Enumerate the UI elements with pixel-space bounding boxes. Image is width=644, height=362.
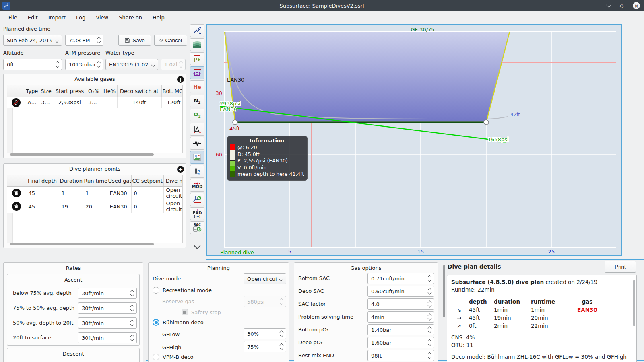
mod-toggle-button[interactable]: -+- MOD [190, 179, 204, 192]
point-row[interactable]: 45 1 1 EAN30 0 Open circuit [7, 187, 183, 200]
atm-pressure-spinner[interactable]: 1013mbar [65, 59, 103, 70]
waypoint-handle[interactable] [484, 120, 489, 125]
dive-computer-toggle-button[interactable] [190, 24, 204, 37]
col-dive-mode[interactable]: Dive mode [163, 175, 183, 187]
deco-po2-spinner[interactable]: 1.60bar [367, 337, 434, 348]
print-button[interactable]: Print [605, 261, 636, 273]
vpmb-deco-radio[interactable]: VPM-B deco [153, 354, 194, 360]
photos-toggle-button[interactable] [190, 151, 204, 164]
col-bot-mod[interactable]: Bot. MOD [161, 85, 183, 97]
spinner-arrows-icon[interactable] [128, 290, 136, 296]
ascent-rate-spinner-4[interactable]: 30ft/min [78, 332, 137, 343]
plan-text-box[interactable]: Subsurface (4.8.5.0) dive plan created o… [447, 275, 637, 362]
buhlmann-deco-radio[interactable]: Bühlmann deco [153, 319, 204, 326]
ead-toggle-button[interactable]: + EAD (···) [190, 207, 204, 220]
recreational-mode-radio[interactable]: Recreational mode [153, 287, 212, 294]
setpoint-toggle-button[interactable] [190, 66, 204, 79]
sac-factor-spinner[interactable]: 4.0 [367, 298, 434, 310]
menu-file[interactable]: File [3, 11, 23, 23]
pp-he-toggle-button[interactable]: He [190, 80, 204, 93]
checkbox-icon[interactable] [182, 309, 188, 315]
waypoint-handle[interactable] [233, 120, 237, 125]
ascent-rate-spinner-1[interactable]: 30ft/min [78, 288, 137, 299]
ascent-rate-spinner-3[interactable]: 30ft/min [78, 317, 137, 329]
col-deco-switch[interactable]: Deco switch at [117, 85, 161, 97]
col-run-time[interactable]: Run time [83, 175, 107, 187]
spinner-arrows-icon[interactable] [425, 353, 434, 358]
menu-import[interactable]: Import [43, 11, 71, 23]
cylinder-disabled-icon[interactable] [12, 98, 21, 107]
menu-share-on[interactable]: Share on [114, 11, 147, 23]
dc-ceiling-toggle-button[interactable] [190, 52, 204, 65]
shade-toggle-button[interactable] [190, 38, 204, 51]
spinner-arrows-icon[interactable] [425, 276, 434, 281]
spinner-arrows-icon[interactable] [128, 305, 136, 311]
menu-edit[interactable]: Edit [23, 11, 43, 23]
menu-log[interactable]: Log [71, 11, 91, 23]
spinner-arrows-icon[interactable] [425, 327, 434, 333]
col-icon[interactable] [7, 85, 25, 97]
details-vscrollbar[interactable] [443, 265, 445, 317]
bottom-po2-spinner[interactable]: 1.40bar [367, 324, 434, 335]
ndl-toggle-button[interactable] [190, 193, 204, 206]
spinner-arrows-icon[interactable] [128, 335, 136, 341]
heartrate-toggle-button[interactable] [190, 137, 204, 150]
add-point-button[interactable]: + [177, 166, 184, 173]
bottom-sac-spinner[interactable]: 0.71cuft/min [367, 273, 434, 284]
gfhigh-spinner[interactable]: 75% [244, 341, 286, 352]
spinner-arrows-icon[interactable] [425, 301, 434, 307]
dive-mode-select[interactable]: Open circuit [244, 273, 286, 284]
altitude-spinner[interactable]: 0ft [3, 59, 62, 70]
add-gas-button[interactable]: + [177, 76, 184, 83]
dive-time-spinner[interactable]: 7:38 PM [65, 35, 103, 46]
safety-stop-checkbox[interactable]: Safety stop [182, 309, 221, 315]
radio-icon[interactable] [153, 287, 159, 294]
col-cc-setpoint[interactable]: CC setpoint [131, 175, 163, 187]
ceiling-delta-toggle-button[interactable] [190, 123, 204, 136]
gas-row[interactable]: A… 3… 2,938psi 3… 140ft 120ft 98f [7, 97, 183, 108]
delete-point-icon[interactable] [12, 189, 21, 197]
gases-hscrollbar[interactable] [10, 153, 154, 156]
points-hscrollbar[interactable] [10, 243, 154, 245]
col-size[interactable]: Size [39, 85, 54, 97]
menu-view[interactable]: View [91, 11, 114, 23]
gas-change-toggle-button[interactable] [190, 165, 204, 178]
col-he[interactable]: He% [102, 85, 117, 97]
col-icon[interactable] [7, 175, 26, 187]
maximize-icon[interactable]: ◇ [619, 3, 624, 8]
spinner-arrows-icon[interactable] [277, 344, 286, 350]
col-final-depth[interactable]: Final depth [26, 175, 59, 187]
spinner-arrows-icon[interactable] [425, 288, 434, 294]
spinner-arrows-icon[interactable] [95, 62, 103, 67]
best-mix-end-spinner[interactable]: 98ft [367, 350, 434, 361]
dive-profile-chart[interactable]: GF 30/75 30 60 5 15 25 EAN30 2938psi EAN… [206, 24, 622, 256]
radio-icon[interactable] [153, 354, 159, 360]
col-type[interactable]: Type [25, 85, 39, 97]
dive-date-select[interactable]: Sun Feb 24, 2019 [3, 35, 62, 46]
toolbar-scroll-down[interactable] [195, 243, 200, 249]
col-used-gas[interactable]: Used gas [107, 175, 131, 187]
spinner-arrows-icon[interactable] [425, 314, 434, 320]
spinner-arrows-icon[interactable] [128, 320, 136, 326]
ascent-rate-spinner-2[interactable]: 30ft/min [78, 302, 137, 314]
col-duration[interactable]: Duration [59, 175, 83, 187]
close-icon[interactable]: × [633, 2, 640, 9]
col-o2[interactable]: O₂% [86, 85, 102, 97]
spinner-arrows-icon[interactable] [95, 37, 103, 43]
spinner-arrows-icon[interactable] [425, 340, 434, 346]
plan-text-scrollbar[interactable] [633, 280, 635, 326]
gflow-spinner[interactable]: 30% [244, 328, 286, 339]
save-button[interactable]: Save [118, 35, 151, 46]
information-tooltip[interactable]: Information @: 6:20 D: 45.0ft P: 2,557ps… [227, 136, 308, 181]
cancel-button[interactable]: Cancel [154, 35, 187, 46]
menu-help[interactable]: Help [147, 11, 170, 23]
col-start-press[interactable]: Start press [54, 85, 86, 97]
minimize-icon[interactable] [606, 2, 611, 8]
spinner-arrows-icon[interactable] [277, 331, 286, 337]
water-type-select[interactable]: EN13319 (1.02k [105, 59, 158, 70]
problem-time-spinner[interactable]: 4min [367, 311, 434, 323]
deco-sac-spinner[interactable]: 0.60cuft/min [367, 286, 434, 297]
pp-o2-toggle-button[interactable]: O2 [190, 109, 204, 121]
spinner-arrows-icon[interactable] [53, 62, 62, 67]
radio-selected-icon[interactable] [153, 319, 159, 326]
